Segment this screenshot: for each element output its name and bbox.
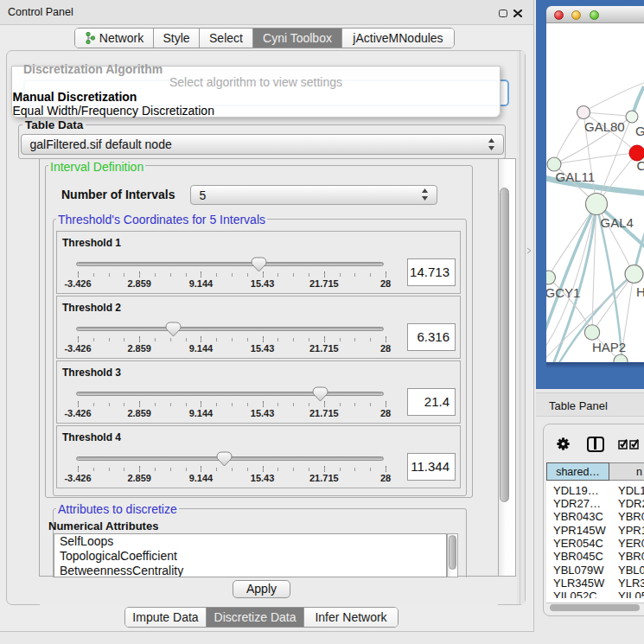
svg-text:HAP2: HAP2 bbox=[592, 340, 626, 354]
svg-text:GCY1: GCY1 bbox=[546, 285, 580, 300]
svg-text:CY: CY bbox=[637, 158, 644, 173]
svg-text:GAL: GAL bbox=[635, 124, 644, 138]
svg-text:GAL11: GAL11 bbox=[556, 169, 596, 184]
svg-text:GAL4: GAL4 bbox=[601, 215, 634, 230]
svg-text:GAL80: GAL80 bbox=[584, 119, 625, 134]
svg-text:HI: HI bbox=[636, 284, 644, 299]
